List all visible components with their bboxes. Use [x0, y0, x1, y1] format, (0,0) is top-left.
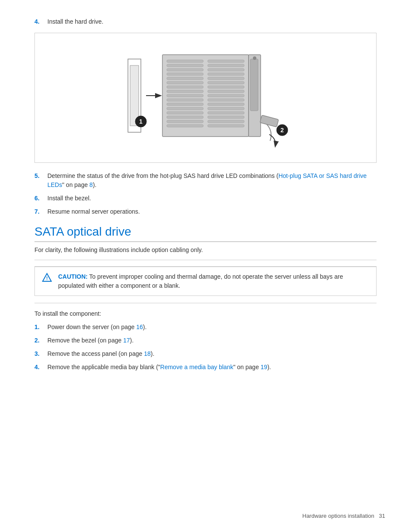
caution-divider-top	[34, 260, 377, 260]
svg-rect-13	[167, 90, 203, 93]
step-5-text: Determine the status of the drive from t…	[47, 171, 377, 190]
svg-rect-17	[167, 107, 203, 110]
svg-rect-1	[130, 65, 139, 126]
svg-rect-35	[208, 116, 244, 118]
section-intro: For clarity, the following illustrations…	[34, 246, 377, 255]
step-4-install: 4. Install the hard drive.	[34, 17, 377, 26]
step-7-number: 7.	[34, 207, 47, 216]
step-4-text: Install the hard drive.	[47, 17, 377, 26]
step-5: 5. Determine the status of the drive fro…	[34, 171, 377, 190]
svg-text:2: 2	[280, 127, 284, 134]
svg-rect-30	[208, 94, 244, 97]
svg-rect-11	[167, 81, 203, 84]
caution-label: CAUTION:	[58, 273, 87, 280]
svg-rect-29	[208, 90, 244, 93]
svg-rect-36	[208, 120, 244, 123]
caution-triangle-icon: !	[42, 273, 52, 283]
svg-rect-28	[208, 86, 244, 88]
svg-rect-19	[167, 116, 203, 118]
install-step-1-number: 1.	[34, 323, 47, 332]
svg-rect-7	[167, 64, 203, 67]
svg-rect-10	[167, 77, 203, 80]
install-step-4: 4. Remove the applicable media bay blank…	[34, 363, 377, 372]
svg-rect-32	[208, 103, 244, 106]
svg-rect-31	[208, 99, 244, 101]
install-step-1-text: Power down the server (on page 16).	[47, 323, 377, 332]
step-7-text: Resume normal server operations.	[47, 207, 377, 216]
caution-body: To prevent improper cooling and thermal …	[58, 273, 343, 289]
install-step-4-number: 4.	[34, 363, 47, 372]
svg-text:1: 1	[139, 118, 143, 125]
svg-rect-34	[208, 112, 244, 114]
step-7: 7. Resume normal server operations.	[34, 207, 377, 216]
install-step-4-page-link[interactable]: 19	[261, 364, 268, 370]
caution-box: ! CAUTION: To prevent improper cooling a…	[34, 266, 377, 296]
page-footer: Hardware options installation 31	[302, 513, 385, 519]
svg-rect-15	[167, 99, 203, 101]
install-step-3-text: Remove the access panel (on page 18).	[47, 349, 377, 358]
svg-rect-16	[167, 103, 203, 106]
step-4-number: 4.	[34, 17, 47, 26]
svg-rect-6	[167, 60, 203, 62]
install-step-2-number: 2.	[34, 336, 47, 345]
svg-rect-25	[208, 73, 244, 75]
svg-rect-37	[208, 124, 244, 127]
footer-page-number: 31	[379, 513, 385, 519]
install-step-3-number: 3.	[34, 349, 47, 358]
caution-divider-bottom	[34, 303, 377, 303]
install-step-2-link[interactable]: 17	[123, 337, 130, 344]
install-step-2-text: Remove the bezel (on page 17).	[47, 336, 377, 345]
svg-rect-39	[250, 59, 258, 111]
install-step-3: 3. Remove the access panel (on page 18).	[34, 349, 377, 358]
install-step-4-link[interactable]: Remove a media bay blank	[160, 364, 234, 370]
svg-rect-26	[208, 77, 244, 80]
install-step-2: 2. Remove the bezel (on page 17).	[34, 336, 377, 345]
step-5-number: 5.	[34, 171, 47, 190]
svg-text:!: !	[46, 276, 48, 281]
svg-rect-20	[167, 120, 203, 123]
install-step-1: 1. Power down the server (on page 16).	[34, 323, 377, 332]
install-step-4-text: Remove the applicable media bay blank ("…	[47, 363, 377, 372]
step-6-text: Install the bezel.	[47, 194, 377, 203]
figure-hard-drive: 1	[34, 33, 377, 163]
svg-rect-12	[167, 86, 203, 88]
step-6: 6. Install the bezel.	[34, 194, 377, 203]
svg-rect-18	[167, 112, 203, 114]
svg-rect-23	[208, 64, 244, 67]
install-step-1-link[interactable]: 16	[136, 324, 143, 330]
caution-content: CAUTION: To prevent improper cooling and…	[58, 272, 369, 290]
svg-rect-21	[167, 124, 203, 127]
svg-rect-8	[167, 68, 203, 71]
svg-rect-41	[260, 115, 278, 127]
svg-rect-14	[167, 94, 203, 97]
footer-text: Hardware options installation	[302, 513, 374, 519]
hdd-diagram: 1	[115, 42, 296, 154]
svg-point-40	[253, 56, 256, 60]
step-6-number: 6.	[34, 194, 47, 203]
svg-rect-9	[167, 73, 203, 75]
svg-rect-22	[208, 60, 244, 62]
svg-rect-33	[208, 107, 244, 110]
svg-rect-27	[208, 81, 244, 84]
svg-rect-24	[208, 68, 244, 71]
section-title: SATA optical drive	[34, 225, 377, 242]
to-install-text: To install the component:	[34, 309, 377, 318]
install-step-3-link[interactable]: 18	[144, 350, 151, 357]
